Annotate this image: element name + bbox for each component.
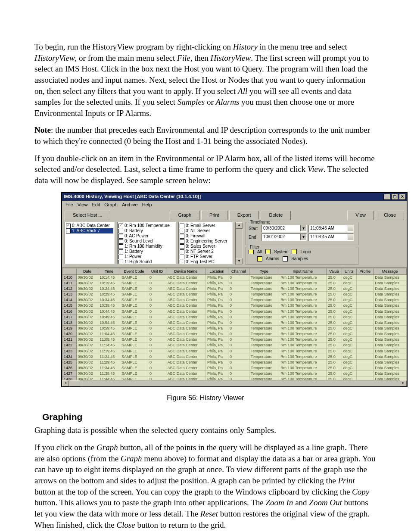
maximize-icon[interactable]: ▢ xyxy=(391,194,398,200)
filter-system-checkbox[interactable] xyxy=(265,249,271,254)
table-row[interactable]: 142409/30/0211:24:45SAMPLE0ABC Data Cent… xyxy=(62,354,407,359)
view-button[interactable]: View xyxy=(347,211,374,220)
menu-item-archive[interactable]: Archive xyxy=(122,202,138,208)
col-header[interactable]: Units xyxy=(342,268,356,274)
env-item[interactable]: 1: Power xyxy=(118,254,174,259)
table-row[interactable]: 142309/30/0211:19:45SAMPLE0ABC Data Cent… xyxy=(62,348,407,354)
filter-all-checkbox[interactable] xyxy=(249,249,254,254)
start-time-input[interactable]: 11:08:45 AM xyxy=(308,225,354,233)
col-header[interactable]: Channel xyxy=(228,268,249,274)
col-header[interactable]: Input Name xyxy=(279,268,327,274)
env-item[interactable]: ✓0: Rm 100 Temperature xyxy=(118,223,174,228)
col-header[interactable]: Location xyxy=(206,268,228,274)
checkbox-icon[interactable] xyxy=(118,234,123,239)
checkbox-icon[interactable] xyxy=(118,229,123,233)
list-scrollbar[interactable]: ▲ ▼ xyxy=(235,222,243,265)
env-item[interactable]: 0: Sound Level xyxy=(118,239,174,244)
menu-item-edit[interactable]: Edit xyxy=(92,202,100,208)
env-item[interactable]: 1: High Sound xyxy=(118,259,174,264)
ip-item[interactable]: 0: Firewall xyxy=(180,233,231,239)
checkbox-icon[interactable] xyxy=(180,234,184,239)
checkbox-icon[interactable] xyxy=(180,255,184,259)
checkbox-icon[interactable] xyxy=(180,224,184,228)
minimize-icon[interactable]: _ xyxy=(383,194,390,200)
scroll-down-icon[interactable]: ▼ xyxy=(236,258,243,264)
table-row[interactable]: 142509/30/0211:29:45SAMPLE0ABC Data Cent… xyxy=(62,359,407,365)
checkbox-icon[interactable] xyxy=(118,244,123,249)
checkbox-icon[interactable] xyxy=(180,229,184,233)
ip-item[interactable]: 0: Email Server xyxy=(180,223,231,228)
select-host-button[interactable]: Select Host ... xyxy=(65,211,110,220)
table-row[interactable]: 141109/30/0210:19:45SAMPLE0ABC Data Cent… xyxy=(62,280,407,286)
env-item[interactable]: 0: Battery xyxy=(118,228,174,233)
col-header[interactable]: Device Name xyxy=(166,268,206,274)
scroll-up-icon[interactable]: ▲ xyxy=(236,222,243,229)
ip-item[interactable]: 0: NT Server 2 xyxy=(180,249,231,254)
col-header[interactable]: Date xyxy=(76,268,98,274)
menu-item-view[interactable]: View xyxy=(78,202,88,208)
host-item[interactable]: ✓0: ABC Data Center xyxy=(66,223,113,228)
print-button[interactable]: Print xyxy=(201,211,227,220)
hosts-list[interactable]: ✓0: ABC Data Center1: ABC Rack 7 xyxy=(65,222,115,264)
table-row[interactable]: 142209/30/0211:14:45SAMPLE0ABC Data Cent… xyxy=(62,342,407,348)
ip-item[interactable]: 0: FTP Server xyxy=(180,254,231,259)
end-date-input[interactable]: 10/01/2002 xyxy=(262,233,307,241)
filter-samples-checkbox[interactable] xyxy=(283,256,288,261)
table-row[interactable]: 142609/30/0211:34:45SAMPLE0ABC Data Cent… xyxy=(62,365,407,370)
checkbox-icon[interactable] xyxy=(118,249,123,254)
data-grid[interactable]: DateTimeEvent CodeUnit IDDevice NameLoca… xyxy=(62,268,407,380)
end-time-input[interactable]: 11:08:45 AM xyxy=(308,233,354,241)
table-row[interactable]: 141009/30/0210:14:45SAMPLE0ABC Data Cent… xyxy=(62,274,407,280)
col-header[interactable]: Time xyxy=(98,268,120,274)
ip-item[interactable]: 0: NT Server xyxy=(180,228,231,233)
table-row[interactable]: 142709/30/0211:39:45SAMPLE0ABC Data Cent… xyxy=(62,371,407,376)
table-row[interactable]: 141309/30/0210:29:45SAMPLE0ABC Data Cent… xyxy=(62,292,407,297)
env-item[interactable]: 1: Battery xyxy=(118,249,174,254)
scroll-right-icon[interactable]: ▸ xyxy=(400,380,407,386)
export-button[interactable]: Export xyxy=(229,211,259,220)
host-item[interactable]: 1: ABC Rack 7 xyxy=(66,228,113,233)
table-row[interactable]: 141609/30/0210:44:45SAMPLE0ABC Data Cent… xyxy=(62,308,407,314)
col-header[interactable] xyxy=(62,268,77,274)
start-date-input[interactable]: 09/30/2002 xyxy=(262,225,307,233)
ip-item[interactable]: 0: Engineering Server xyxy=(180,239,231,244)
table-row[interactable]: 141709/30/0210:49:45SAMPLE0ABC Data Cent… xyxy=(62,314,407,320)
table-row[interactable]: 142009/30/0211:04:45SAMPLE0ABC Data Cent… xyxy=(62,331,407,337)
table-row[interactable]: 141509/30/0210:39:45SAMPLE0ABC Data Cent… xyxy=(62,303,407,308)
env-inputs-list[interactable]: ✓0: Rm 100 Temperature0: Battery0: AC Po… xyxy=(117,222,176,264)
col-header[interactable]: Message xyxy=(374,268,407,274)
env-item[interactable]: 0: AC Power xyxy=(118,233,174,239)
delete-button[interactable]: Delete xyxy=(261,211,291,220)
graph-button[interactable]: Graph xyxy=(170,211,199,220)
checkbox-icon[interactable] xyxy=(118,260,123,264)
ip-item[interactable]: 0: Sales Server xyxy=(180,244,231,249)
checkbox-icon[interactable] xyxy=(118,255,123,259)
filter-login-checkbox[interactable] xyxy=(292,249,297,254)
grid-hscroll[interactable]: ◂ ▸ xyxy=(62,380,407,386)
menu-item-help[interactable]: Help xyxy=(142,202,152,208)
menu-item-graph[interactable]: Graph xyxy=(104,202,118,208)
table-row[interactable]: 142109/30/0211:09:45SAMPLE0ABC Data Cent… xyxy=(62,337,407,342)
table-row[interactable]: 141809/30/0210:54:45SAMPLE0ABC Data Cent… xyxy=(62,320,407,325)
checkbox-icon[interactable] xyxy=(180,239,184,244)
close-button[interactable]: Close xyxy=(376,211,404,220)
checkbox-icon[interactable] xyxy=(180,249,184,254)
table-row[interactable]: 141909/30/0210:59:45SAMPLE0ABC Data Cent… xyxy=(62,325,407,331)
checkbox-icon[interactable] xyxy=(118,239,123,244)
checkbox-icon[interactable]: ✓ xyxy=(118,224,123,228)
menu-item-file[interactable]: File xyxy=(65,202,73,208)
checkbox-icon[interactable]: ✓ xyxy=(66,224,71,228)
ip-alarms-list[interactable]: 0: Email Server0: NT Server0: Firewall0:… xyxy=(178,222,233,264)
env-item[interactable]: 1: Rm 100 Humidity xyxy=(118,244,174,249)
table-row[interactable]: 142809/30/0211:44:45SAMPLE0ABC Data Cent… xyxy=(62,376,407,380)
col-header[interactable]: Type xyxy=(249,268,279,274)
ip-item[interactable]: 0: Eng Test PC xyxy=(180,259,231,264)
checkbox-icon[interactable] xyxy=(66,229,71,233)
col-header[interactable]: Profile xyxy=(357,268,374,274)
col-header[interactable]: Event Code xyxy=(120,268,148,274)
filter-alarms-checkbox[interactable] xyxy=(257,256,262,261)
col-header[interactable]: Value xyxy=(327,268,342,274)
checkbox-icon[interactable] xyxy=(180,244,184,249)
table-row[interactable]: 141209/30/0210:24:45SAMPLE0ABC Data Cent… xyxy=(62,286,407,291)
scroll-left-icon[interactable]: ◂ xyxy=(62,380,69,386)
